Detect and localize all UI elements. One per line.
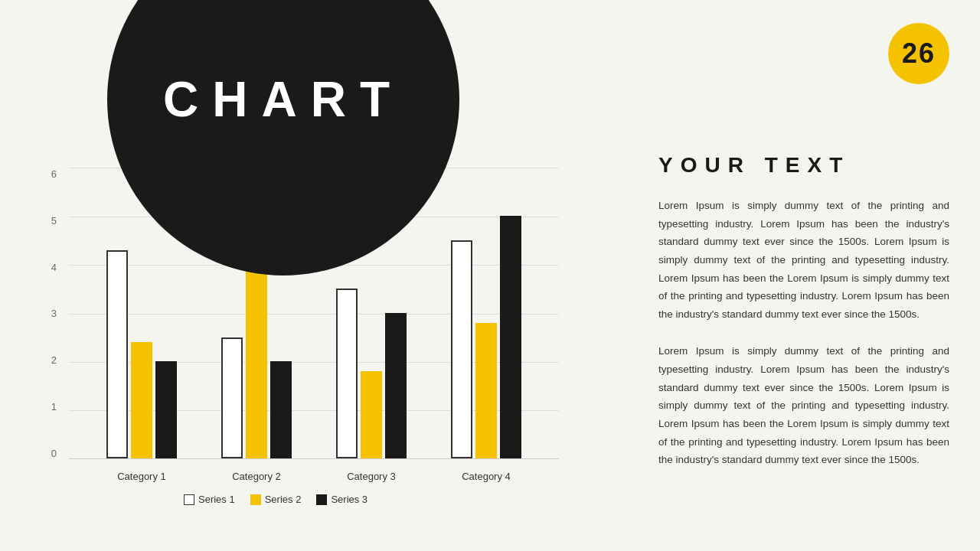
body-paragraph-1: Lorem Ipsum is simply dummy text of the …	[658, 197, 949, 323]
y-label-5: 5	[51, 215, 61, 227]
bars-row-4	[451, 216, 521, 458]
y-label-1: 1	[51, 401, 61, 412]
bars-row-1	[106, 250, 177, 458]
bar-cat3-s2	[361, 371, 382, 458]
legend-label-series1: Series 1	[198, 494, 235, 505]
cat-label-4: Category 4	[462, 471, 511, 482]
legend-box-series2	[250, 494, 261, 505]
legend-label-series2: Series 2	[265, 494, 302, 505]
x-axis: Category 1 Category 2 Category 3 Categor…	[69, 463, 559, 482]
bar-cat4-s2	[475, 323, 497, 458]
y-label-2: 2	[51, 354, 61, 366]
y-label-4: 4	[51, 262, 61, 273]
bars-row-2	[221, 245, 292, 458]
section-title: YOUR TEXT	[658, 153, 949, 178]
legend-series2: Series 2	[250, 494, 302, 505]
bar-cat2-s2	[246, 245, 267, 458]
y-label-0: 0	[51, 448, 61, 459]
y-label-3: 3	[51, 308, 61, 319]
y-axis: 6 5 4 3 2 1 0	[31, 168, 61, 459]
bar-cat1-s3	[155, 361, 177, 458]
legend-box-series3	[316, 494, 327, 505]
bar-cat4-s3	[500, 216, 521, 458]
bar-cat1-s1	[106, 250, 128, 458]
bar-cat1-s2	[131, 342, 152, 458]
bar-cat3-s3	[385, 313, 407, 458]
y-label-6: 6	[51, 168, 61, 180]
body-paragraph-2: Lorem Ipsum is simply dummy text of the …	[658, 342, 949, 468]
legend-box-series1	[184, 494, 194, 505]
bar-cat4-s1	[451, 240, 472, 458]
chart-title: CHART	[163, 71, 403, 128]
page-number-badge: 26	[888, 23, 949, 84]
legend-series3: Series 3	[316, 494, 368, 505]
bar-cat3-s1	[336, 289, 358, 458]
legend-label-series3: Series 3	[331, 494, 368, 505]
chart-legend: Series 1 Series 2 Series 3	[184, 494, 368, 505]
category-group-4	[451, 168, 521, 458]
cat-label-1: Category 1	[117, 471, 166, 482]
legend-series1: Series 1	[184, 494, 235, 505]
bar-cat2-s3	[270, 361, 292, 458]
bars-row-3	[336, 289, 407, 458]
left-panel: CHART 6 5 4 3 2 1 0	[0, 0, 582, 551]
bar-cat2-s1	[221, 337, 243, 458]
cat-label-3: Category 3	[347, 471, 396, 482]
cat-label-2: Category 2	[232, 471, 281, 482]
